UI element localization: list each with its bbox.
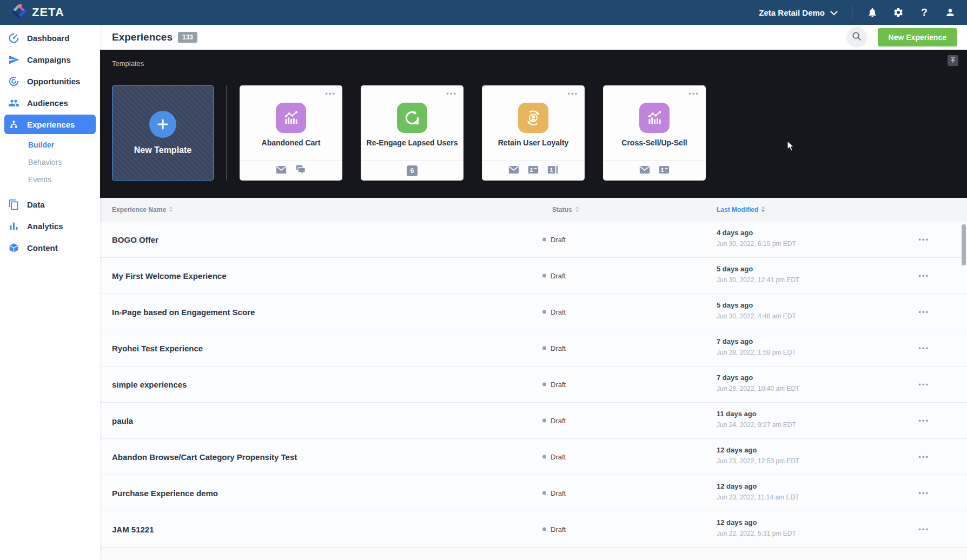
sidebar-item-label: Opportunities xyxy=(27,77,80,86)
experience-name[interactable]: In-Page based on Engagement Score xyxy=(112,308,255,317)
table-row[interactable]: Purchase Experience demo Draft 12 days a… xyxy=(100,475,967,511)
column-header-last-modified[interactable]: Last Modified xyxy=(717,198,765,222)
sidebar-item-opportunities[interactable]: Opportunities xyxy=(0,70,100,92)
table-row[interactable]: simple experiences Draft 7 days agoJun 2… xyxy=(100,366,967,403)
template-card-channels: 6 xyxy=(361,160,463,181)
chevron-down-icon xyxy=(830,8,838,17)
new-template-card[interactable]: New Template xyxy=(112,85,214,181)
status-label: Draft xyxy=(551,417,566,425)
sort-icon xyxy=(169,206,173,214)
template-cards-row: New Template ••• Abandoned Cart xyxy=(112,85,724,181)
data-icon xyxy=(8,199,19,210)
top-bar: ZETA Zeta Retail Demo ? xyxy=(0,0,967,25)
status-cell: Draft xyxy=(542,344,566,352)
new-template-label: New Template xyxy=(134,145,191,155)
more-options-icon[interactable]: ••• xyxy=(688,90,699,98)
more-options-icon[interactable]: ••• xyxy=(325,90,336,98)
sidebar-item-label: Analytics xyxy=(27,222,63,231)
user-icon[interactable] xyxy=(944,6,956,18)
collapse-templates-button[interactable] xyxy=(948,55,958,66)
sidebar-item-label: Content xyxy=(27,243,58,252)
status-label: Draft xyxy=(551,489,566,497)
experience-name[interactable]: simple experiences xyxy=(112,380,187,389)
last-modified-cell: 12 days agoJun 23, 2022, 11:14 am EDT xyxy=(717,482,799,501)
sidebar-item-campaigns[interactable]: Campaigns xyxy=(0,49,100,70)
status-cell: Draft xyxy=(542,272,566,280)
contact-list-icon xyxy=(547,165,558,176)
chart-icon xyxy=(276,103,306,133)
sidebar-item-label: Experiences xyxy=(27,120,75,129)
brand[interactable]: ZETA xyxy=(11,3,64,22)
row-more-options-icon[interactable]: ••• xyxy=(918,236,929,244)
new-experience-button[interactable]: New Experience xyxy=(878,28,957,46)
experience-name[interactable]: BOGO Offer xyxy=(112,235,158,244)
experience-name[interactable]: Ryohei Test Experience xyxy=(112,344,203,353)
table-row[interactable]: paula Draft 11 days agoJun 24, 2022, 9:2… xyxy=(100,403,967,439)
status-cell: Draft xyxy=(542,236,566,244)
table-row[interactable]: Ryohei Test Experience Draft 7 days agoJ… xyxy=(100,330,967,366)
sidebar-item-experiences[interactable]: Experiences xyxy=(4,115,96,134)
sidebar-item-data[interactable]: Data xyxy=(0,194,100,215)
row-more-options-icon[interactable]: ••• xyxy=(918,272,929,280)
search-icon xyxy=(851,31,862,44)
column-header-experience-name[interactable]: Experience Name xyxy=(112,198,173,222)
template-card-re-engage-lapsed-users[interactable]: ••• Re-Engage Lapsed Users 6 xyxy=(361,85,463,181)
experience-name[interactable]: Abandon Browse/Cart Category Propensity … xyxy=(112,452,297,462)
sidebar-subitem-behaviors[interactable]: Behaviors xyxy=(0,154,100,171)
template-card-channels xyxy=(240,160,342,181)
bell-icon[interactable] xyxy=(866,6,878,18)
row-more-options-icon[interactable]: ••• xyxy=(918,381,929,389)
workspace-selector[interactable]: Zeta Retail Demo xyxy=(759,8,838,17)
sidebar-item-analytics[interactable]: Analytics xyxy=(0,215,100,237)
sidebar: Dashboard Campaigns Opportunities Audien… xyxy=(0,25,100,560)
column-header-status[interactable]: Status xyxy=(552,198,579,222)
sidebar-subitem-events[interactable]: Events xyxy=(0,171,100,188)
row-more-options-icon[interactable]: ••• xyxy=(918,489,929,497)
table-row[interactable]: BOGO Offer Draft 4 days agoJun 30, 2022,… xyxy=(100,222,967,258)
sidebar-item-audiences[interactable]: Audiences xyxy=(0,92,100,114)
chat-icon xyxy=(295,165,306,177)
vertical-scrollbar[interactable] xyxy=(962,224,966,265)
experience-name[interactable]: My First Welcome Experience xyxy=(112,271,226,281)
sidebar-item-label: Dashboard xyxy=(27,34,69,43)
status-label: Draft xyxy=(551,453,566,461)
template-card-cross-sell-up-sell[interactable]: ••• Cross-Sell/Up-Sell xyxy=(603,85,706,181)
experience-name[interactable]: paula xyxy=(112,416,133,425)
last-modified-cell: 5 days agoJun 30, 2022, 4:48 am EDT xyxy=(717,301,796,320)
template-card-abandoned-cart[interactable]: ••• Abandoned Cart xyxy=(240,85,342,181)
row-more-options-icon[interactable]: ••• xyxy=(918,453,929,461)
opportunities-icon xyxy=(8,76,19,87)
mail-icon xyxy=(508,165,519,176)
row-more-options-icon[interactable]: ••• xyxy=(918,525,929,534)
table-row[interactable]: My First Welcome Experience Draft 5 days… xyxy=(100,258,967,294)
sidebar-subitem-builder[interactable]: Builder xyxy=(0,136,100,154)
status-dot xyxy=(542,455,546,459)
status-dot xyxy=(542,419,546,423)
brand-name: ZETA xyxy=(32,5,64,19)
main-content: Experiences 133 New Experience Templates… xyxy=(100,25,967,560)
row-more-options-icon[interactable]: ••• xyxy=(918,308,929,316)
table-row[interactable]: JAM 51221 Draft 12 days agoJun 22, 2022,… xyxy=(100,511,967,548)
gear-icon[interactable] xyxy=(892,6,904,18)
status-dot xyxy=(542,238,546,242)
dashboard-icon xyxy=(8,32,19,44)
template-card-channels xyxy=(603,160,706,181)
more-options-icon[interactable]: ••• xyxy=(567,90,578,98)
table-row[interactable]: Abandon Browse/Cart Category Propensity … xyxy=(100,439,967,475)
row-more-options-icon[interactable]: ••• xyxy=(918,417,929,425)
more-options-icon[interactable]: ••• xyxy=(446,90,457,98)
sidebar-item-dashboard[interactable]: Dashboard xyxy=(0,27,100,49)
sidebar-item-label: Data xyxy=(27,200,45,209)
status-cell: Draft xyxy=(542,417,566,425)
help-icon[interactable]: ? xyxy=(918,6,930,18)
experience-name[interactable]: JAM 51221 xyxy=(112,525,154,534)
experience-name[interactable]: Purchase Experience demo xyxy=(112,489,218,498)
sidebar-item-content[interactable]: Content xyxy=(0,237,100,258)
template-card-retain-user-loyalty[interactable]: ••• Retain User Loyalty xyxy=(482,85,585,181)
table-row[interactable]: In-Page based on Engagement Score Draft … xyxy=(100,294,967,330)
status-label: Draft xyxy=(551,525,566,534)
search-button[interactable] xyxy=(846,27,867,48)
row-more-options-icon[interactable]: ••• xyxy=(918,344,929,352)
status-cell: Draft xyxy=(542,453,566,461)
status-cell: Draft xyxy=(542,381,566,389)
